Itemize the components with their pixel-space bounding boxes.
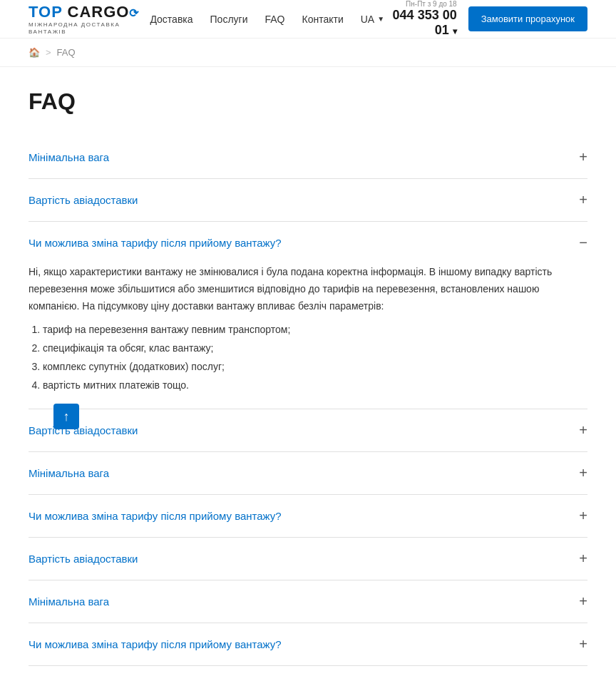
faq-item: Мінімальна вага + bbox=[29, 452, 587, 495]
logo[interactable]: TOP CARGO⟳ МІЖНАРОДНА ДОСТАВКА ВАНТАЖІВ bbox=[29, 3, 150, 35]
faq-answer: Ні, якщо характеристики вантажу не зміню… bbox=[29, 264, 587, 409]
header-right: Пн-Пт з 9 до 18 044 353 00 01 ▾ Замовити… bbox=[384, 0, 587, 38]
faq-toggle-icon: + bbox=[579, 551, 587, 567]
faq-item: Мінімальна вага + bbox=[29, 136, 587, 179]
faq-answer-text: Ні, якщо характеристики вантажу не зміню… bbox=[29, 264, 587, 314]
scroll-top-button[interactable]: ↑ bbox=[53, 404, 79, 429]
main-nav: Доставка Послуги FAQ Контакти UA ▼ bbox=[150, 14, 384, 25]
list-item: специфікація та обсяг, клас вантажу; bbox=[43, 340, 587, 357]
logo-subtitle: МІЖНАРОДНА ДОСТАВКА ВАНТАЖІВ bbox=[29, 21, 150, 35]
faq-item: Вартість авіадоставки + bbox=[29, 538, 587, 580]
schedule-label: Пн-Пт з 9 до 18 bbox=[384, 0, 457, 8]
faq-toggle-icon: + bbox=[579, 593, 587, 610]
faq-question[interactable]: Мінімальна вага + bbox=[29, 452, 587, 494]
main-content: FAQ Мінімальна вага + Вартість авіадоста… bbox=[0, 67, 616, 686]
faq-question[interactable]: Вартість авіадоставки + bbox=[29, 538, 587, 580]
breadcrumb: 🏠 > FAQ bbox=[0, 39, 616, 67]
logo-text: TOP CARGO⟳ bbox=[29, 3, 150, 21]
faq-item: Мінімальна вага + bbox=[29, 580, 587, 623]
faq-question[interactable]: Чи можлива зміна тарифу після прийому ва… bbox=[29, 623, 587, 665]
header: TOP CARGO⟳ МІЖНАРОДНА ДОСТАВКА ВАНТАЖІВ … bbox=[0, 0, 616, 39]
faq-question[interactable]: Вартість авіадоставки + bbox=[29, 179, 587, 221]
faq-item: Чи можлива зміна тарифу після прийому ва… bbox=[29, 495, 587, 538]
faq-toggle-icon: − bbox=[579, 235, 587, 251]
list-item: вартість митних платежів тощо. bbox=[43, 377, 587, 394]
faq-item: Вартість авіадоставки + bbox=[29, 179, 587, 222]
faq-toggle-icon: + bbox=[579, 465, 587, 481]
breadcrumb-current: FAQ bbox=[57, 47, 76, 58]
phone-block: Пн-Пт з 9 до 18 044 353 00 01 ▾ bbox=[384, 0, 457, 38]
list-item: комплекс супутніх (додаткових) послуг; bbox=[43, 359, 587, 376]
cta-button[interactable]: Замовити прорахунок bbox=[468, 6, 587, 31]
faq-answer-list: тариф на перевезення вантажу певним тран… bbox=[29, 322, 587, 394]
faq-question[interactable]: Мінімальна вага + bbox=[29, 580, 587, 623]
home-link[interactable]: 🏠 bbox=[29, 47, 40, 58]
faq-question[interactable]: Вартість авіадоставки + bbox=[29, 409, 587, 451]
faq-toggle-icon: + bbox=[579, 192, 587, 208]
language-selector[interactable]: UA ▼ bbox=[361, 14, 384, 25]
faq-item-open: Чи можлива зміна тарифу після прийому ва… bbox=[29, 222, 587, 409]
faq-toggle-icon: + bbox=[579, 636, 587, 652]
nav-contacts[interactable]: Контакти bbox=[302, 14, 344, 25]
faq-toggle-icon: + bbox=[579, 422, 587, 439]
faq-item: Вартість авіадоставки + bbox=[29, 409, 587, 452]
nav-faq[interactable]: FAQ bbox=[265, 14, 285, 25]
nav-services[interactable]: Послуги bbox=[210, 14, 248, 25]
faq-question[interactable]: Чи можлива зміна тарифу після прийому ва… bbox=[29, 495, 587, 537]
faq-question[interactable]: Мінімальна вага + bbox=[29, 136, 587, 178]
main-phone[interactable]: 044 353 00 01 ▾ bbox=[384, 8, 457, 38]
nav-delivery[interactable]: Доставка bbox=[150, 14, 192, 25]
page-title: FAQ bbox=[29, 88, 587, 115]
faq-item: Чи можлива зміна тарифу після прийому ва… bbox=[29, 623, 587, 666]
faq-toggle-icon: + bbox=[579, 508, 587, 524]
breadcrumb-sep: > bbox=[46, 47, 51, 58]
list-item: тариф на перевезення вантажу певним тран… bbox=[43, 322, 587, 339]
faq-toggle-icon: + bbox=[579, 149, 587, 165]
faq-question[interactable]: Чи можлива зміна тарифу після прийому ва… bbox=[29, 222, 587, 264]
